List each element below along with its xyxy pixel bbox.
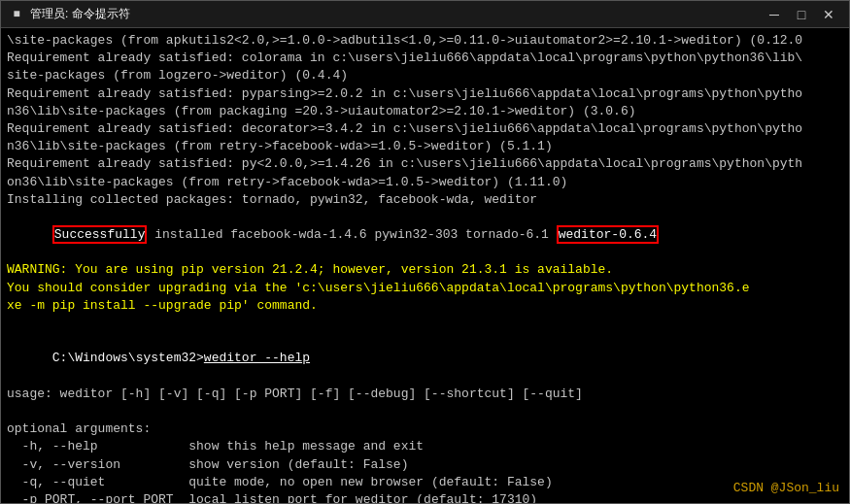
terminal-line: site-packages (from logzero->weditor) (0…: [7, 67, 843, 84]
upgrade-line1: You should consider upgrading via the 'c…: [7, 280, 843, 297]
upgrade-line2: xe -m pip install --upgrade pip' command…: [7, 297, 843, 315]
blank-line: [7, 315, 843, 332]
watermark: CSDN @JSon_liu: [733, 480, 839, 497]
terminal-line: n36\lib\site-packages (from retry->faceb…: [7, 138, 843, 155]
terminal-line: \site-packages (from apkutils2<2.0,>=1.0…: [7, 32, 843, 50]
titlebar-buttons: ─ □ ✕: [762, 5, 841, 24]
command-text: weditor --help: [204, 351, 310, 365]
terminal: \site-packages (from apkutils2<2.0,>=1.0…: [1, 28, 849, 503]
warning-line: WARNING: You are using pip version 21.2.…: [7, 261, 843, 279]
quiet-arg: -q, --quiet quite mode, no open new brow…: [7, 474, 843, 491]
terminal-line: Requirement already satisfied: colorama …: [7, 50, 843, 67]
minimize-button[interactable]: ─: [762, 5, 787, 24]
successfully-box: Successfully: [52, 225, 148, 244]
usage-line: usage: weditor [-h] [-v] [-q] [-p PORT] …: [7, 386, 843, 403]
close-button[interactable]: ✕: [816, 5, 841, 24]
terminal-line: Installing collected packages: tornado, …: [7, 191, 843, 209]
help-arg: -h, --help show this help message and ex…: [7, 438, 843, 455]
weditor-version-box: weditor-0.6.4: [557, 225, 659, 244]
terminal-line: Requirement already satisfied: py<2.0.0,…: [7, 155, 843, 173]
window-title: 管理员: 命令提示符: [30, 6, 756, 22]
blank-line2: [7, 403, 843, 420]
window-icon: ■: [9, 7, 24, 22]
maximize-button[interactable]: □: [789, 5, 814, 24]
window: ■ 管理员: 命令提示符 ─ □ ✕ \site-packages (from …: [0, 0, 850, 504]
port-arg: -p PORT, --port PORT local listen port f…: [7, 491, 843, 503]
terminal-line: n36\lib\site-packages (from packaging =2…: [7, 103, 843, 120]
success-line: Successfully installed facebook-wda-1.4.…: [7, 209, 843, 262]
version-arg: -v, --version show version (default: Fal…: [7, 456, 843, 474]
prompt-text: C:\Windows\system32>: [52, 351, 204, 365]
terminal-line: Requirement already satisfied: pyparsing…: [7, 85, 843, 103]
terminal-line: on36\lib\site-packages (from retry->face…: [7, 174, 843, 191]
command-line: C:\Windows\system32>weditor --help: [7, 332, 843, 386]
titlebar: ■ 管理员: 命令提示符 ─ □ ✕: [1, 1, 849, 28]
terminal-line: Requirement already satisfied: decorator…: [7, 120, 843, 138]
optional-args-header: optional arguments:: [7, 420, 843, 438]
